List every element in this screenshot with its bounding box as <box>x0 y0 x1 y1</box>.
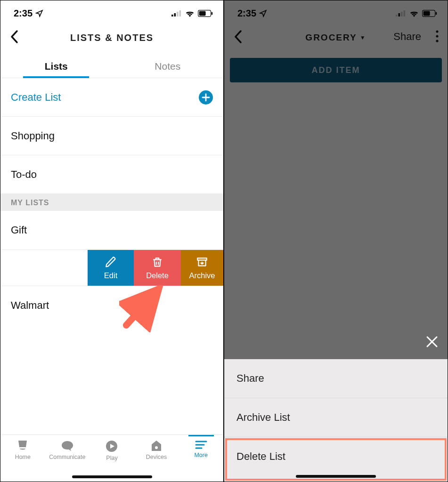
swipe-edit-button[interactable]: Edit <box>88 250 134 286</box>
plus-icon <box>199 90 213 104</box>
nav-devices[interactable]: Devices <box>135 440 178 460</box>
play-icon <box>105 440 118 453</box>
battery-icon <box>198 10 213 17</box>
nav-communicate[interactable]: Communicate <box>46 440 89 460</box>
home-indicator[interactable] <box>72 475 152 478</box>
section-my-lists: MY LISTS <box>0 194 223 211</box>
svg-rect-2 <box>177 12 179 16</box>
nav-more[interactable]: More <box>180 440 222 458</box>
swipe-delete-button[interactable]: Delete <box>134 250 181 286</box>
home-icon <box>16 440 29 452</box>
close-icon <box>425 335 439 349</box>
svg-rect-1 <box>174 13 176 16</box>
svg-rect-7 <box>197 258 207 260</box>
home-indicator[interactable] <box>296 475 376 478</box>
swiped-row-blank[interactable] <box>0 250 88 286</box>
svg-rect-6 <box>212 12 213 15</box>
sheet-share[interactable]: Share <box>224 359 448 398</box>
tab-lists[interactable]: Lists <box>0 52 112 78</box>
svg-rect-5 <box>199 11 206 16</box>
phone-left: 2:35 LISTS & NOTES Lists Notes Create Li… <box>0 0 224 482</box>
status-time-area: 2:35 <box>14 8 43 19</box>
pencil-icon <box>105 256 117 268</box>
cellular-icon <box>171 10 182 16</box>
swipe-archive-button[interactable]: Archive <box>181 250 223 286</box>
phone-right: 2:35 GROCERY ▼ Share ADD ITEM Share Arch… <box>224 0 448 482</box>
page-title: LISTS & NOTES <box>70 32 154 43</box>
sheet-archive-list[interactable]: Archive List <box>224 398 448 437</box>
svg-rect-3 <box>179 10 181 16</box>
more-icon <box>195 440 208 450</box>
trash-icon <box>151 256 163 268</box>
wifi-icon <box>185 9 195 17</box>
location-icon <box>35 9 43 17</box>
tabs: Lists Notes <box>0 52 223 78</box>
chat-icon <box>61 440 74 452</box>
back-button[interactable] <box>9 30 20 46</box>
svg-point-10 <box>155 446 158 449</box>
archive-icon <box>196 256 208 268</box>
chevron-left-icon <box>9 30 20 44</box>
list-row-shopping[interactable]: Shopping <box>0 117 223 155</box>
devices-icon <box>150 440 163 452</box>
close-sheet-button[interactable] <box>425 335 439 351</box>
bottom-nav: Home Communicate Play Devices More <box>0 434 223 482</box>
list-row-walmart[interactable]: Walmart <box>0 286 223 325</box>
list-row-gift[interactable]: Gift <box>0 211 223 249</box>
svg-rect-0 <box>171 15 173 16</box>
status-bar: 2:35 <box>0 0 223 23</box>
nav-home[interactable]: Home <box>1 440 44 460</box>
create-list-label: Create List <box>11 91 61 104</box>
header: LISTS & NOTES <box>0 23 223 52</box>
nav-play[interactable]: Play <box>90 440 133 461</box>
swiped-list-row: Edit Delete Archive <box>0 249 223 286</box>
status-time: 2:35 <box>14 8 33 19</box>
create-list-row[interactable]: Create List <box>0 78 223 117</box>
action-sheet: Share Archive List Delete List <box>224 359 448 482</box>
status-icons <box>171 9 213 17</box>
list-row-todo[interactable]: To-do <box>0 155 223 194</box>
tab-notes[interactable]: Notes <box>112 52 224 78</box>
